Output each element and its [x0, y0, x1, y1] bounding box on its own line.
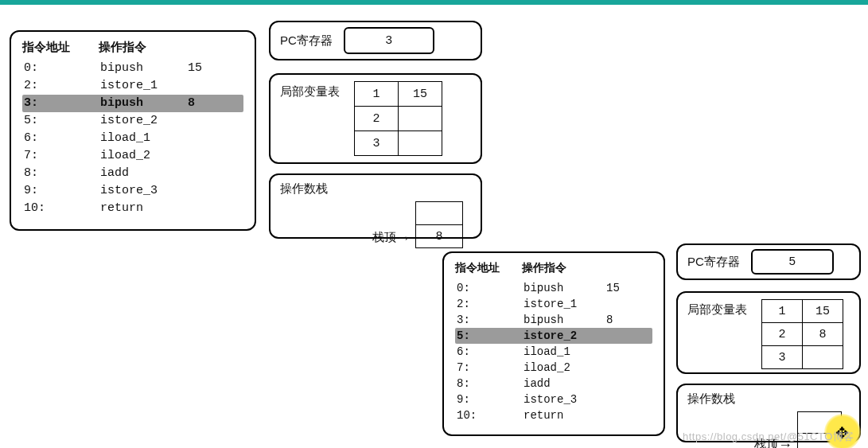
lvt-slot: 3 — [762, 346, 803, 369]
instr-addr: 5: — [457, 328, 524, 344]
instr-addr: 7: — [457, 360, 524, 376]
stack-label: 操作数栈 — [280, 181, 471, 197]
stack-table-2 — [797, 411, 842, 448]
stack-cell: 8 — [416, 225, 463, 248]
instr-arg: 8 — [188, 95, 228, 112]
instr-op: istore_3 — [524, 392, 606, 407]
instruction-row: 3:bipush8 — [455, 312, 652, 328]
instr-op: iadd — [524, 376, 606, 392]
instr-arg: 8 — [606, 312, 643, 328]
instruction-rows-2: 0:bipush152:istore_13:bipush85:istore_26… — [455, 280, 652, 423]
lvt-slot: 3 — [355, 131, 399, 156]
instruction-row: 2:istore_1 — [455, 296, 652, 312]
stack-row — [416, 202, 463, 225]
col-header-op: 操作指令 — [99, 40, 186, 55]
instr-op: bipush — [524, 280, 606, 296]
instr-addr: 7: — [24, 147, 100, 165]
local-var-panel-1: 局部变量表 11523 — [269, 73, 482, 164]
lvt-val — [399, 131, 442, 156]
instr-arg — [188, 130, 228, 147]
instr-arg — [606, 407, 643, 423]
pc-label: PC寄存器 — [280, 33, 333, 49]
instr-arg — [188, 182, 228, 200]
instruction-row: 6:iload_1 — [455, 344, 652, 360]
instr-arg: 15 — [606, 280, 643, 296]
arrow-right-icon: → — [396, 231, 411, 245]
instr-addr: 9: — [24, 182, 100, 200]
instruction-panel-1: 指令地址 操作指令 0:bipush152:istore_13:bipush85… — [10, 30, 256, 231]
lvt-slot: 2 — [762, 323, 803, 346]
instruction-row: 2:istore_1 — [22, 77, 243, 95]
lvt-slot: 1 — [762, 300, 803, 323]
instr-addr: 2: — [24, 77, 100, 95]
stack-cell — [416, 202, 463, 225]
instr-addr: 10: — [24, 200, 100, 217]
lvt-row: 3 — [762, 346, 843, 369]
instr-arg — [188, 165, 228, 182]
lvt-val — [399, 107, 442, 131]
instr-op: istore_2 — [100, 112, 188, 130]
instr-arg — [606, 392, 643, 407]
instr-arg — [606, 328, 643, 344]
instruction-row: 9:istore_3 — [455, 392, 652, 407]
instr-op: istore_2 — [524, 328, 606, 344]
lvt-slot: 2 — [355, 107, 399, 131]
instruction-row: 10:return — [22, 200, 243, 217]
instruction-row: 5:istore_2 — [455, 328, 652, 344]
stack-row: 8 — [416, 225, 463, 248]
stack-cell — [798, 412, 842, 434]
instr-addr: 3: — [24, 95, 100, 112]
lvt-row: 2 — [355, 107, 442, 131]
instr-addr: 3: — [457, 312, 524, 328]
instr-op: return — [524, 407, 606, 423]
instruction-row: 10:return — [455, 407, 652, 423]
stack-top-label: 栈顶→ — [372, 229, 411, 248]
pc-value: 5 — [788, 255, 796, 269]
instr-addr: 0: — [24, 60, 100, 77]
pc-label: PC寄存器 — [687, 255, 740, 270]
instr-op: bipush — [100, 60, 188, 77]
instruction-row: 8:iadd — [455, 376, 652, 392]
lvt-slot: 1 — [355, 82, 399, 107]
col-header-addr: 指令地址 — [455, 261, 522, 275]
lvt-row: 115 — [762, 300, 843, 323]
lvt-val — [803, 346, 843, 369]
instr-op: return — [100, 200, 188, 217]
pc-register-panel-1: PC寄存器 3 — [269, 21, 482, 60]
pc-register-panel-2: PC寄存器 5 — [676, 243, 861, 280]
instruction-panel-2: 指令地址 操作指令 0:bipush152:istore_13:bipush85… — [442, 251, 665, 436]
lvt-row: 3 — [355, 131, 442, 156]
instr-arg — [188, 77, 228, 95]
instr-arg — [606, 360, 643, 376]
instr-op: iload_2 — [100, 147, 188, 165]
stack-cell — [798, 434, 842, 449]
instruction-row: 6:iload_1 — [22, 130, 243, 147]
instr-addr: 6: — [24, 130, 100, 147]
lvt-table-2: 115283 — [761, 299, 843, 369]
instr-addr: 0: — [457, 280, 524, 296]
instr-op: istore_3 — [100, 182, 188, 200]
stack-top-label: 栈顶→ — [754, 436, 792, 448]
instr-op: iload_1 — [524, 344, 606, 360]
instruction-row: 3:bipush8 — [22, 95, 243, 112]
instruction-row: 9:istore_3 — [22, 182, 243, 200]
instr-addr: 10: — [457, 407, 524, 423]
top-bar — [0, 0, 868, 5]
lvt-row: 115 — [355, 82, 442, 107]
stack-table-1: 8 — [415, 201, 463, 248]
stack-row — [798, 412, 842, 434]
lvt-label: 局部变量表 — [280, 81, 340, 99]
instruction-row: 7:iload_2 — [455, 360, 652, 376]
instr-arg — [188, 200, 228, 217]
instr-arg — [606, 344, 643, 360]
instruction-rows-1: 0:bipush152:istore_13:bipush85:istore_26… — [22, 60, 243, 217]
lvt-val: 15 — [399, 82, 442, 107]
lvt-table-1: 11523 — [354, 81, 442, 156]
instr-addr: 8: — [457, 376, 524, 392]
stack-label: 操作数栈 — [687, 392, 850, 407]
local-var-panel-2: 局部变量表 115283 — [676, 291, 861, 374]
instr-arg — [606, 296, 643, 312]
instr-arg — [606, 376, 643, 392]
instr-op: bipush — [100, 95, 188, 112]
col-header-op: 操作指令 — [522, 261, 605, 275]
